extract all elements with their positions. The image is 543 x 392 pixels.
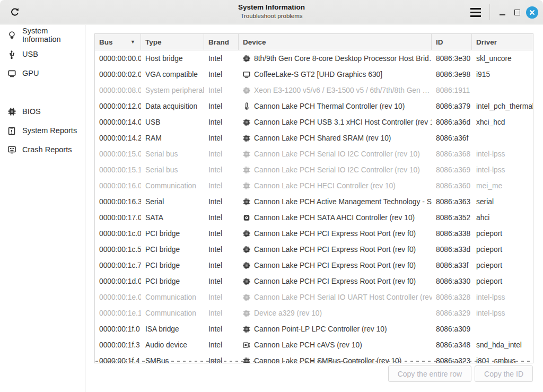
- cell-bus: 0000:00:17.0: [95, 210, 141, 225]
- table-row[interactable]: 0000:00:1f.4SMBusIntelCannon Lake PCH SM…: [95, 353, 533, 363]
- table-row[interactable]: 0000:00:17.0SATAIntelCannon Lake PCH SAT…: [95, 210, 533, 225]
- column-header-driver[interactable]: Driver: [472, 34, 533, 50]
- table-row[interactable]: 0000:00:1d.0PCI bridgeIntelCannon Lake P…: [95, 273, 533, 289]
- cell-brand: Intel: [204, 305, 239, 321]
- table-row[interactable]: 0000:00:1f.3Audio deviceIntelCannon Lake…: [95, 337, 533, 353]
- monitor-icon: [243, 71, 250, 79]
- table-body: 0000:00:00.0Host bridgeIntel8th/9th Gen …: [95, 50, 533, 363]
- cell-device: CoffeeLake-S GT2 [UHD Graphics 630]: [239, 66, 432, 82]
- table-row[interactable]: 0000:00:16.0CommunicationIntelCannon Lak…: [95, 178, 533, 194]
- cell-driver: intel-lpss: [472, 289, 533, 305]
- sidebar-item-usb[interactable]: USB: [0, 45, 85, 64]
- chip-icon: [243, 293, 250, 301]
- cell-driver: intel-lpss: [472, 162, 533, 178]
- table-row[interactable]: 0000:00:16.3SerialIntelCannon Lake PCH A…: [95, 194, 533, 210]
- cell-type: Communication: [141, 289, 204, 305]
- device-name: Cannon Lake PCH SATA AHCI Controller (re…: [254, 214, 415, 222]
- device-name: Cannon Lake PCH PCI Express Root Port (r…: [254, 262, 416, 269]
- hamburger-menu-button[interactable]: [466, 4, 485, 20]
- cell-id: 8086:a323: [432, 353, 472, 363]
- cell-type: Serial bus: [141, 146, 204, 162]
- column-header-brand[interactable]: Brand: [204, 34, 239, 50]
- sidebar-item-system-information[interactable]: System Information: [0, 25, 85, 45]
- cell-type: RAM: [141, 130, 204, 146]
- cell-id: 8086:a36f: [432, 130, 472, 146]
- sidebar-item-label: BIOS: [22, 107, 41, 116]
- table-row[interactable]: 0000:00:14.0USBIntelCannon Lake PCH USB …: [95, 114, 533, 130]
- cell-brand: Intel: [204, 210, 239, 225]
- table-row[interactable]: 0000:00:15.1Serial busIntelCannon Lake P…: [95, 162, 533, 178]
- cell-bus: 0000:00:02.0: [95, 66, 141, 82]
- refresh-button[interactable]: [7, 5, 22, 19]
- table-row[interactable]: 0000:00:00.0Host bridgeIntel8th/9th Gen …: [95, 50, 533, 66]
- cell-device: Cannon Lake PCH Shared SRAM (rev 10): [239, 130, 432, 146]
- device-name: Cannon Lake PCH Thermal Controller (rev …: [254, 102, 405, 110]
- sort-desc-icon: ▼: [130, 39, 135, 45]
- cell-id: 8086:a36d: [432, 114, 472, 130]
- sidebar: System InformationUSBGPUPCIBIOSSystem Re…: [0, 25, 85, 392]
- cell-id: 8086:a33f: [432, 257, 472, 273]
- table-row[interactable]: 0000:00:1c.0PCI bridgeIntelCannon Lake P…: [95, 225, 533, 241]
- cell-bus: 0000:00:1f.0: [95, 321, 141, 337]
- cell-driver: intel_pch_thermal: [472, 98, 533, 114]
- table-row[interactable]: 0000:00:1c.7PCI bridgeIntelCannon Lake P…: [95, 257, 533, 273]
- copy-id-button[interactable]: Copy the ID: [475, 365, 533, 382]
- chip-icon: [243, 86, 250, 94]
- cell-driver: [472, 321, 533, 337]
- cell-type: Serial: [141, 194, 204, 210]
- cell-bus: 0000:00:15.1: [95, 162, 141, 178]
- cell-bus: 0000:00:16.3: [95, 194, 141, 210]
- clipboard-alert-icon: [7, 126, 16, 135]
- minimize-button[interactable]: [495, 5, 509, 19]
- cell-brand: Intel: [204, 225, 239, 241]
- cell-id: 8086:a360: [432, 178, 472, 194]
- table-row[interactable]: 0000:00:1c.5PCI bridgeIntelCannon Lake P…: [95, 241, 533, 257]
- cell-driver: xhci_hcd: [472, 114, 533, 130]
- table-row[interactable]: 0000:00:08.0System peripheralIntelXeon E…: [95, 82, 533, 98]
- cell-brand: Intel: [204, 178, 239, 194]
- maximize-button[interactable]: [510, 5, 524, 19]
- cell-device: Cannon Lake PCH Serial IO I2C Controller…: [239, 162, 432, 178]
- table-row[interactable]: 0000:00:02.0VGA compatibleIntelCoffeeLak…: [95, 66, 533, 82]
- cell-type: Audio device: [141, 337, 204, 353]
- table-row[interactable]: 0000:00:12.0Data acquisitionIntelCannon …: [95, 98, 533, 114]
- sidebar-item-gpu[interactable]: GPU: [0, 64, 85, 83]
- table-row[interactable]: 0000:00:14.2RAMIntelCannon Lake PCH Shar…: [95, 130, 533, 146]
- column-header-bus[interactable]: Bus ▼: [95, 34, 141, 50]
- cell-bus: 0000:00:12.0: [95, 98, 141, 114]
- cell-device: Cannon Lake PCH Serial IO UART Host Cont…: [239, 289, 432, 305]
- cell-type: PCI bridge: [141, 225, 204, 241]
- close-button[interactable]: [525, 5, 539, 19]
- cell-bus: 0000:00:14.0: [95, 114, 141, 130]
- cell-brand: Intel: [204, 162, 239, 178]
- sidebar-item-crash-reports[interactable]: Crash Reports: [0, 140, 85, 159]
- cell-type: VGA compatible: [141, 66, 204, 82]
- footer-actions: Copy the entire row Copy the ID: [388, 365, 533, 382]
- cell-bus: 0000:00:00.0: [95, 50, 141, 66]
- column-header-device[interactable]: Device: [239, 34, 432, 50]
- column-header-type[interactable]: Type: [141, 34, 204, 50]
- sidebar-item-system-reports[interactable]: System Reports: [0, 121, 85, 140]
- table-row[interactable]: 0000:00:15.0Serial busIntelCannon Lake P…: [95, 146, 533, 162]
- cell-id: 8086:1911: [432, 82, 472, 98]
- copy-entire-row-button[interactable]: Copy the entire row: [388, 365, 471, 382]
- cell-brand: Intel: [204, 353, 239, 363]
- chip-icon: [243, 55, 250, 63]
- sidebar-item-pci[interactable]: PCI: [0, 83, 85, 102]
- table-row[interactable]: 0000:00:1e.0CommunicationIntelCannon Lak…: [95, 289, 533, 305]
- cell-driver: mei_me: [472, 178, 533, 194]
- cell-driver: serial: [472, 194, 533, 210]
- sidebar-item-label: Crash Reports: [22, 145, 72, 154]
- cell-brand: Intel: [204, 321, 239, 337]
- sidebar-item-bios[interactable]: BIOS: [0, 102, 85, 121]
- table-row[interactable]: 0000:00:1e.1CommunicationIntelDevice a32…: [95, 305, 533, 321]
- chip-icon: [243, 325, 250, 333]
- cell-type: USB: [141, 114, 204, 130]
- device-name: Cannon Lake PCH PCI Express Root Port (r…: [254, 246, 416, 254]
- column-header-id[interactable]: ID: [432, 34, 472, 50]
- device-name: Cannon Lake PCH cAVS (rev 10): [254, 341, 362, 349]
- table-row[interactable]: 0000:00:1f.0ISA bridgeIntelCannon Point-…: [95, 321, 533, 337]
- cell-brand: Intel: [204, 130, 239, 146]
- device-name: Xeon E3-1200 v5/v6 / E3-1500 v5 / 6th/7t…: [254, 86, 430, 94]
- device-name: Cannon Lake PCH Shared SRAM (rev 10): [254, 134, 391, 142]
